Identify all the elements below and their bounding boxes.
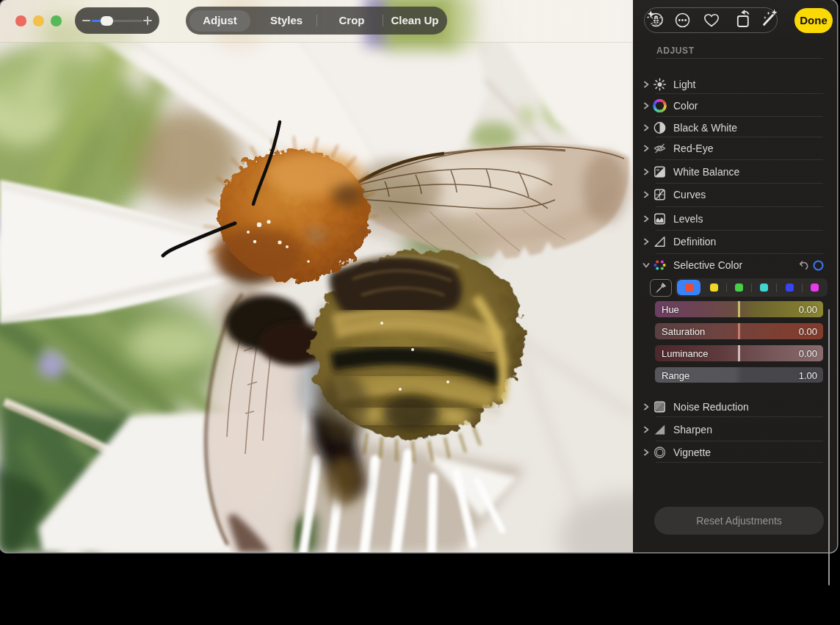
svg-text:w: w xyxy=(656,167,659,172)
